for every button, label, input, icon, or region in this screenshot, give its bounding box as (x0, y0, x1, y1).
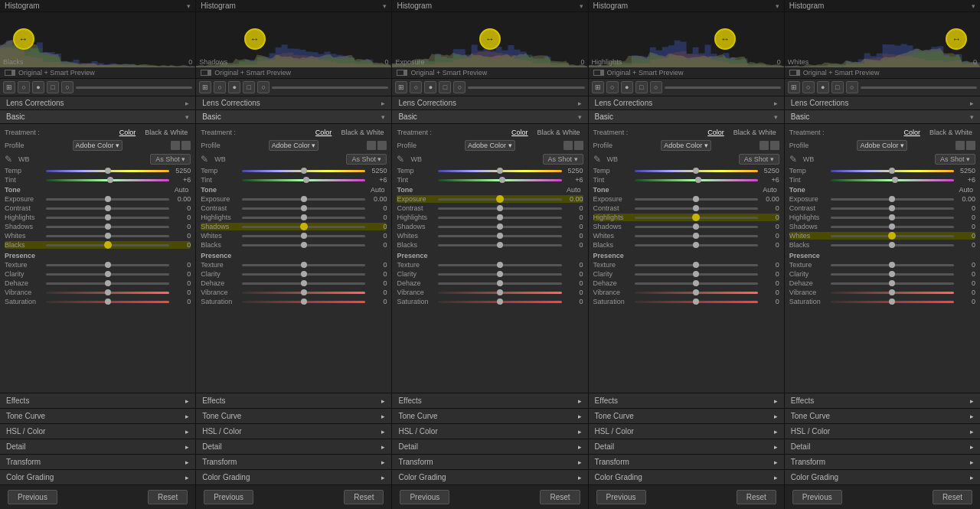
grid-icon-2[interactable] (574, 141, 583, 150)
texture-track[interactable] (242, 264, 365, 266)
clarity-thumb[interactable] (301, 271, 307, 277)
auto-button[interactable]: Auto (368, 186, 387, 194)
color-btn[interactable]: Color (508, 128, 531, 137)
texture-thumb[interactable] (889, 262, 895, 268)
highlights-thumb[interactable] (889, 214, 895, 220)
exposure-track[interactable] (46, 198, 169, 201)
contrast-thumb[interactable] (301, 205, 307, 211)
lens-corrections-header[interactable]: Lens Corrections ▸ (196, 96, 391, 110)
vibrance-thumb[interactable] (889, 289, 895, 295)
shadows-thumb[interactable] (300, 223, 308, 230)
red-eye-tool[interactable]: ● (621, 81, 633, 93)
contrast-thumb[interactable] (497, 205, 503, 211)
histogram-header-shadows[interactable]: Histogram ▾ (196, 0, 391, 12)
whites-track[interactable] (635, 235, 758, 237)
tint-track[interactable] (438, 179, 561, 181)
wb-value[interactable]: As Shot ▾ (150, 154, 191, 165)
reset-button[interactable]: Reset (737, 490, 776, 504)
histogram-area-highlights[interactable]: Highlights 0 (589, 12, 784, 67)
basic-section-header[interactable]: Basic ▾ (392, 110, 587, 124)
dehaze-track[interactable] (831, 282, 954, 285)
histogram-expand[interactable]: ▾ (972, 2, 975, 10)
profile-select[interactable]: Adobe Color ▾ (73, 140, 123, 151)
temp-track[interactable] (242, 170, 365, 172)
texture-thumb[interactable] (693, 262, 699, 268)
grid-icon-1[interactable] (367, 141, 376, 150)
contrast-thumb[interactable] (693, 205, 699, 211)
clarity-track[interactable] (46, 273, 169, 276)
previous-button[interactable]: Previous (204, 490, 253, 504)
temp-track[interactable] (46, 170, 169, 172)
color-btn[interactable]: Color (704, 128, 727, 137)
saturation-track[interactable] (46, 301, 169, 303)
dehaze-thumb[interactable] (105, 280, 111, 286)
previous-button[interactable]: Previous (400, 490, 449, 504)
whites-thumb[interactable] (105, 233, 111, 239)
blacks-thumb[interactable] (497, 242, 503, 248)
tools-slider[interactable] (665, 86, 781, 89)
profile-select[interactable]: Adobe Color ▾ (269, 140, 319, 151)
temp-thumb[interactable] (105, 168, 111, 174)
histogram-area-shadows[interactable]: Shadows 0 (196, 12, 391, 67)
color-btn[interactable]: Color (312, 128, 335, 137)
heal-tool[interactable]: ○ (18, 81, 30, 93)
whites-track[interactable] (438, 235, 561, 237)
vibrance-track[interactable] (242, 292, 365, 294)
color-btn[interactable]: Color (900, 128, 923, 137)
transform-item[interactable]: Transform ▸ (0, 454, 195, 469)
histogram-expand[interactable]: ▾ (776, 2, 779, 10)
highlights-track[interactable] (438, 217, 561, 219)
vibrance-track[interactable] (635, 292, 758, 294)
detail-item[interactable]: Detail ▸ (589, 439, 784, 454)
lens-corrections-header[interactable]: Lens Corrections ▸ (785, 96, 980, 110)
grid-icon-2[interactable] (181, 141, 191, 150)
vibrance-track[interactable] (438, 292, 561, 294)
transform-item[interactable]: Transform ▸ (589, 454, 784, 469)
saturation-track[interactable] (438, 301, 561, 303)
exposure-thumb[interactable] (693, 196, 699, 202)
color-grading-item[interactable]: Color Grading ▸ (392, 469, 587, 485)
histogram-header-whites[interactable]: Histogram ▾ (785, 0, 980, 12)
whites-thumb[interactable] (693, 233, 699, 239)
profile-select[interactable]: Adobe Color ▾ (857, 140, 907, 151)
texture-track[interactable] (46, 264, 169, 266)
texture-thumb[interactable] (301, 262, 307, 268)
effects-item[interactable]: Effects ▸ (392, 393, 587, 408)
color-grading-item[interactable]: Color Grading ▸ (196, 469, 391, 485)
histogram-area-exposure[interactable]: Exposure 0 (392, 12, 587, 67)
whites-track[interactable] (46, 235, 169, 237)
hsl-color-item[interactable]: HSL / Color ▸ (785, 423, 980, 439)
bw-btn[interactable]: Black & White (534, 128, 583, 137)
detail-item[interactable]: Detail ▸ (196, 439, 391, 454)
blacks-track[interactable] (635, 244, 758, 246)
blacks-track[interactable] (46, 244, 169, 246)
reset-button[interactable]: Reset (540, 490, 580, 504)
gradient-tool[interactable]: □ (439, 81, 451, 93)
gradient-tool[interactable]: □ (635, 81, 648, 93)
whites-thumb[interactable] (888, 232, 896, 240)
histogram-area-whites[interactable]: Whites 0 (785, 12, 980, 67)
clarity-thumb[interactable] (105, 271, 111, 277)
temp-thumb[interactable] (693, 168, 699, 174)
tone-curve-item[interactable]: Tone Curve ▸ (785, 408, 980, 423)
highlights-track[interactable] (242, 217, 365, 219)
shadows-thumb[interactable] (693, 224, 699, 230)
blacks-thumb[interactable] (693, 242, 699, 248)
heal-tool[interactable]: ○ (410, 81, 422, 93)
eyedropper-icon[interactable]: ✎ (397, 154, 407, 165)
brush-tool[interactable]: ○ (61, 81, 74, 93)
shadows-track[interactable] (438, 226, 561, 228)
shadows-track[interactable] (635, 226, 758, 228)
tools-slider[interactable] (861, 86, 977, 89)
temp-track[interactable] (831, 170, 954, 172)
saturation-thumb[interactable] (693, 299, 699, 305)
histogram-header-blacks[interactable]: Histogram ▾ (0, 0, 195, 12)
eyedropper-icon[interactable]: ✎ (201, 154, 211, 165)
previous-button[interactable]: Previous (8, 490, 57, 504)
vibrance-thumb[interactable] (301, 289, 307, 295)
crop-tool[interactable]: ⊞ (395, 81, 407, 93)
highlights-thumb[interactable] (105, 214, 111, 220)
tint-track[interactable] (242, 179, 365, 181)
vibrance-track[interactable] (831, 292, 954, 294)
texture-thumb[interactable] (105, 262, 111, 268)
